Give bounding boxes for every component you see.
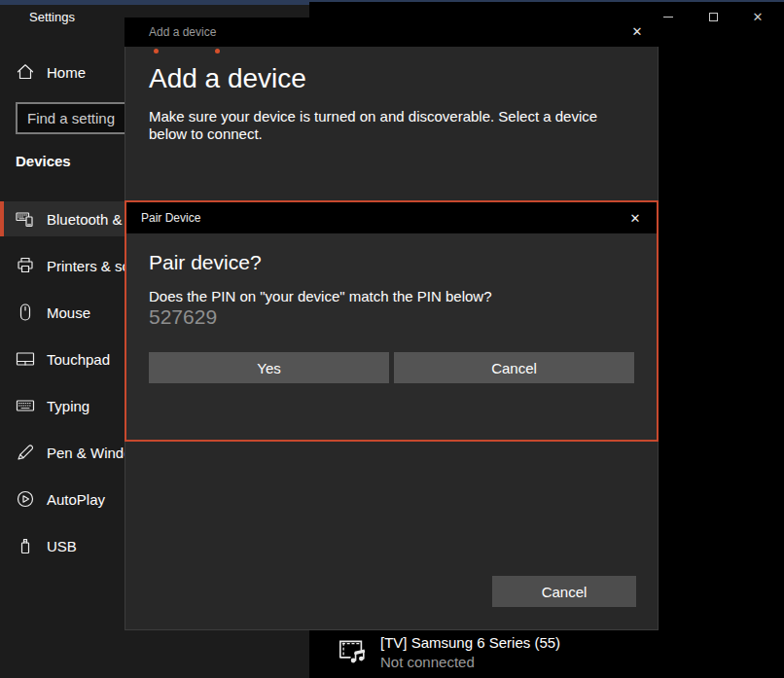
- window-controls: ✕: [646, 4, 780, 29]
- pair-device-titlebar: Pair Device ✕: [126, 202, 657, 233]
- sidebar-item-label: AutoPlay: [47, 491, 105, 508]
- close-icon: ✕: [753, 10, 764, 24]
- progress-dot: [215, 49, 220, 54]
- sidebar-item-label: Touchpad: [47, 351, 110, 368]
- close-button[interactable]: ✕: [735, 4, 780, 29]
- sidebar-item-label: Mouse: [47, 304, 90, 321]
- close-icon: ✕: [632, 24, 643, 39]
- autoplay-icon: [16, 489, 35, 509]
- add-device-close-button[interactable]: ✕: [616, 18, 659, 47]
- sidebar-top-accent: [0, 0, 309, 5]
- minimize-icon: [663, 17, 673, 18]
- section-title: Devices: [16, 153, 71, 169]
- sidebar-item-label: Typing: [47, 398, 89, 414]
- touchpad-icon: [16, 349, 35, 369]
- dialog-title: Add a device: [125, 25, 216, 39]
- add-device-dialog-titlebar: Add a device ✕: [125, 18, 659, 47]
- pair-buttons-row: Yes Cancel: [149, 352, 634, 383]
- pair-device-body: Pair device? Does the PIN on "your devic…: [126, 233, 657, 440]
- pair-device-dialog: Pair Device ✕ Pair device? Does the PIN …: [125, 200, 659, 442]
- dialog-heading: Add a device: [149, 63, 306, 94]
- dialog-title: Pair Device: [126, 211, 200, 225]
- bluetooth-devices-icon: [16, 209, 35, 229]
- pair-question: Does the PIN on "your device" match the …: [149, 288, 492, 304]
- usb-icon: [16, 536, 35, 555]
- printer-icon: [16, 256, 35, 275]
- yes-button[interactable]: Yes: [149, 352, 389, 383]
- device-name: [TV] Samsung 6 Series (55): [380, 633, 560, 653]
- pair-pin: 527629: [149, 305, 217, 329]
- pair-heading: Pair device?: [149, 251, 262, 274]
- cancel-button[interactable]: Cancel: [492, 576, 636, 607]
- progress-dot: [154, 49, 159, 54]
- list-item-device[interactable]: [TV] Samsung 6 Series (55) Not connected: [337, 633, 560, 672]
- pen-icon: [16, 443, 35, 462]
- maximize-icon: [709, 13, 718, 21]
- close-icon: ✕: [630, 211, 641, 226]
- media-device-icon: [337, 634, 369, 672]
- device-status: Not connected: [380, 653, 560, 672]
- keyboard-icon: [16, 396, 35, 415]
- sidebar-item-label: Home: [47, 64, 86, 81]
- dialog-description: Make sure your device is turned on and d…: [149, 108, 635, 143]
- pair-cancel-button[interactable]: Cancel: [394, 352, 634, 383]
- settings-window: Settings Home Devices Bluetooth & other …: [0, 0, 784, 678]
- pair-device-close-button[interactable]: ✕: [614, 202, 657, 233]
- sidebar-item-label: USB: [47, 538, 77, 554]
- app-title: Settings: [29, 10, 75, 24]
- maximize-button[interactable]: [691, 4, 735, 29]
- selected-accent-bar: [0, 201, 4, 236]
- home-icon: [16, 62, 35, 82]
- mouse-icon: [16, 303, 35, 322]
